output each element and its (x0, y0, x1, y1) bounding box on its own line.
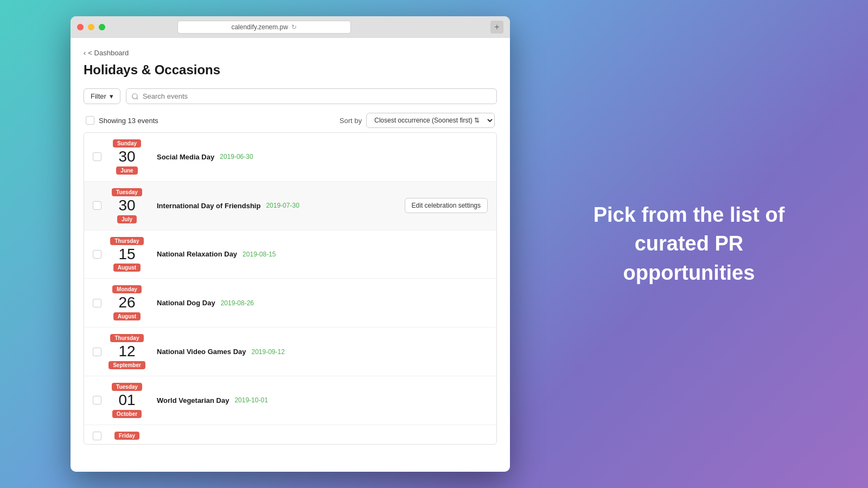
add-tab-button[interactable]: + (490, 21, 503, 34)
table-row: Thursday 15 August National Relaxation D… (84, 230, 496, 279)
day-of-week: Sunday (113, 139, 141, 147)
day-of-week: Tuesday (112, 383, 142, 391)
right-panel-text: Pick from the list of curated PR opportu… (580, 201, 797, 287)
date-badge: Thursday 12 September (108, 334, 146, 369)
table-row: Tuesday 01 October World Vegetarian Day … (84, 376, 496, 425)
filter-chevron-icon: ▾ (110, 92, 113, 100)
row-checkbox[interactable] (93, 152, 101, 161)
event-name: International Day of Friendship (157, 202, 260, 210)
month-name: September (108, 361, 145, 369)
day-number: 12 (118, 343, 135, 360)
date-badge: Tuesday 30 July (108, 188, 146, 223)
event-name: World Vegetarian Day (157, 396, 229, 404)
event-name: National Dog Day (157, 299, 215, 307)
reload-icon[interactable]: ↻ (291, 23, 297, 31)
edit-celebration-button[interactable]: Edit celebration settings (405, 198, 488, 213)
event-info: World Vegetarian Day 2019-10-01 (157, 396, 488, 404)
month-name: October (112, 410, 142, 418)
table-row: Friday (84, 425, 496, 444)
row-checkbox[interactable] (93, 201, 101, 210)
event-date: 2019-07-30 (266, 202, 299, 209)
event-date: 2019-06-30 (220, 153, 253, 160)
month-name: August (113, 264, 141, 272)
event-info: National Video Games Day 2019-09-12 (157, 348, 488, 356)
date-badge: Sunday 30 June (108, 139, 146, 175)
event-date: 2019-08-26 (221, 299, 254, 307)
event-info: National Dog Day 2019-08-26 (157, 299, 488, 307)
event-date: 2019-08-15 (242, 251, 276, 258)
right-panel: Pick from the list of curated PR opportu… (510, 179, 868, 309)
page-content: ‹ < Dashboard Holidays & Occasions Filte… (71, 38, 510, 472)
row-checkbox[interactable] (93, 299, 101, 307)
table-row: Sunday 30 June Social Media Day 2019-06-… (84, 133, 496, 182)
sort-select[interactable]: Closest occurrence (Soonest first) ⇅ (366, 113, 495, 128)
browser-window: calendify.zenem.pw ↻ + ‹ < Dashboard Hol… (71, 16, 510, 472)
filter-button[interactable]: Filter ▾ (84, 88, 120, 104)
row-checkbox[interactable] (93, 348, 101, 356)
day-of-week: Friday (114, 432, 139, 440)
day-number: 15 (118, 246, 135, 263)
day-of-week: Thursday (110, 237, 143, 245)
date-badge: Friday (108, 432, 146, 441)
search-input[interactable] (126, 88, 497, 104)
day-of-week: Thursday (110, 334, 143, 342)
row-checkbox[interactable] (93, 432, 101, 440)
browser-titlebar: calendify.zenem.pw ↻ + (71, 16, 510, 38)
date-badge: Thursday 15 August (108, 237, 146, 272)
event-info: International Day of Friendship 2019-07-… (157, 202, 405, 210)
event-name: Social Media Day (157, 153, 214, 161)
day-of-week: Monday (112, 285, 142, 293)
table-row: Monday 26 August National Dog Day 2019-0… (84, 279, 496, 328)
date-badge: Monday 26 August (108, 285, 146, 320)
event-name: National Relaxation Day (157, 250, 237, 258)
event-list: Sunday 30 June Social Media Day 2019-06-… (84, 132, 497, 445)
event-name: National Video Games Day (157, 348, 246, 356)
toolbar: Filter ▾ (84, 88, 497, 104)
month-name: June (116, 166, 137, 175)
day-number: 26 (118, 294, 135, 311)
filter-label: Filter (91, 92, 106, 100)
right-panel-line1: Pick from the list of (593, 203, 785, 226)
url-bar[interactable]: calendify.zenem.pw ↻ (177, 21, 351, 34)
select-all-checkbox[interactable] (86, 116, 94, 125)
close-button[interactable] (77, 24, 84, 30)
event-info: National Relaxation Day 2019-08-15 (157, 250, 488, 258)
right-panel-line2: curated PR opportunities (623, 232, 755, 284)
event-info: Social Media Day 2019-06-30 (157, 153, 488, 161)
table-row: Thursday 12 September National Video Gam… (84, 328, 496, 376)
day-of-week: Tuesday (112, 188, 142, 196)
event-date: 2019-09-12 (252, 348, 285, 356)
back-link[interactable]: ‹ < Dashboard (84, 49, 497, 57)
back-label: < Dashboard (88, 49, 129, 57)
month-name: July (117, 215, 137, 223)
sort-by-label: Sort by (340, 117, 362, 125)
row-checkbox[interactable] (93, 250, 101, 259)
events-header: Showing 13 events Sort by Closest occurr… (84, 113, 497, 128)
row-checkbox[interactable] (93, 396, 101, 404)
month-name: August (113, 312, 141, 320)
url-text: calendify.zenem.pw (231, 23, 288, 31)
day-number: 30 (118, 149, 135, 165)
showing-count: Showing 13 events (99, 117, 158, 125)
maximize-button[interactable] (99, 24, 105, 30)
minimize-button[interactable] (88, 24, 94, 30)
table-row: Tuesday 30 July International Day of Fri… (84, 182, 496, 230)
day-number: 30 (118, 197, 135, 214)
date-badge: Tuesday 01 October (108, 383, 146, 418)
page-title: Holidays & Occasions (84, 62, 497, 78)
day-number: 01 (118, 392, 135, 409)
back-arrow-icon: ‹ (84, 49, 86, 57)
event-date: 2019-10-01 (234, 396, 267, 404)
